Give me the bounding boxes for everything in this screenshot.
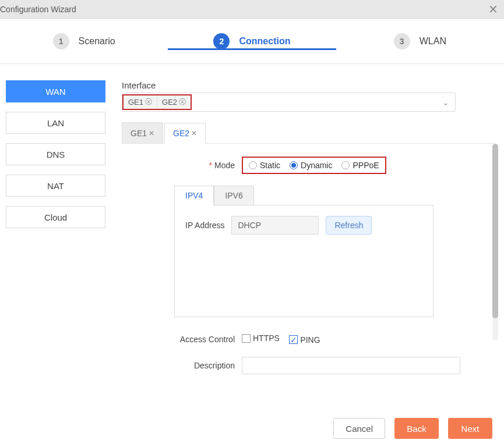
wizard-footer: Cancel Back Next (333, 418, 492, 439)
radio-label: Static (260, 161, 280, 170)
ip-panel: IP Address DHCP Refresh (174, 205, 433, 317)
checkbox-icon (242, 334, 251, 343)
tab-label: IPV4 (185, 191, 203, 200)
ip-address-value: DHCP (231, 216, 319, 235)
remove-tag-icon[interactable]: ⓧ (179, 97, 186, 107)
remove-tag-icon[interactable]: ⓧ (145, 97, 152, 107)
radio-label: Dynamic (301, 161, 332, 170)
refresh-button-label: Refresh (334, 221, 363, 230)
interface-tabs: GE1 ✕ GE2 ✕ (122, 122, 495, 144)
sidebar: WAN LAN DNS NAT Cloud (6, 80, 105, 395)
mode-label: *Mode (174, 161, 242, 170)
step-scenario[interactable]: 1 Scenario (0, 33, 168, 49)
mode-radio-dynamic[interactable]: Dynamic (290, 161, 332, 170)
button-label: Cancel (346, 424, 373, 434)
sidebar-item-wan[interactable]: WAN (6, 80, 105, 102)
mode-radio-static[interactable]: Static (249, 161, 280, 170)
sidebar-item-lan[interactable]: LAN (6, 112, 105, 134)
close-tab-icon[interactable]: ✕ (149, 129, 154, 137)
mode-label-text: Mode (214, 161, 235, 170)
interface-select[interactable]: GE1 ⓧ GE2 ⓧ ⌄ (122, 93, 456, 112)
description-label: Description (174, 361, 242, 370)
radio-icon (341, 161, 350, 169)
interface-tag-ge2[interactable]: GE2 ⓧ (157, 95, 191, 109)
radio-icon (249, 161, 257, 169)
mode-radio-pppoe[interactable]: PPPoE (341, 161, 379, 170)
step-connection[interactable]: 2 Connection (168, 33, 336, 49)
checkbox-ping[interactable]: ✓ PING (289, 335, 320, 345)
sidebar-item-cloud[interactable]: Cloud (6, 206, 105, 228)
required-asterisk: * (209, 161, 212, 170)
interface-tags: GE1 ⓧ GE2 ⓧ (122, 94, 192, 110)
sidebar-item-dns[interactable]: DNS (6, 143, 105, 165)
vertical-scrollbar[interactable] (492, 144, 498, 340)
checkbox-label: HTTPS (253, 334, 280, 343)
mode-radio-group: Static Dynamic PPPoE (242, 157, 386, 174)
sidebar-item-label: DNS (47, 150, 65, 159)
tab-ipv6[interactable]: IPV6 (214, 186, 253, 205)
sidebar-item-nat[interactable]: NAT (6, 175, 105, 197)
description-row: Description (174, 357, 492, 374)
interface-tag-ge1[interactable]: GE1 ⓧ (124, 95, 157, 109)
tab-ge2[interactable]: GE2 ✕ (164, 123, 206, 144)
description-input[interactable] (242, 357, 460, 374)
step-label: Connection (239, 36, 290, 47)
window-titlebar: Configuration Wizard ✕ (0, 0, 504, 19)
checkbox-icon: ✓ (289, 335, 298, 344)
checkbox-https[interactable]: HTTPS (242, 334, 280, 343)
interface-tag-label: GE2 (162, 98, 177, 107)
step-label: Scenario (79, 36, 115, 47)
interface-tag-label: GE1 (128, 98, 143, 107)
window-title: Configuration Wizard (0, 5, 76, 14)
sidebar-item-label: LAN (47, 118, 64, 128)
radio-icon (290, 161, 298, 169)
tab-label: GE1 (131, 129, 147, 138)
button-label: Next (461, 424, 480, 434)
interface-label: Interface (122, 80, 498, 90)
ip-address-text: DHCP (238, 221, 261, 230)
tab-label: GE2 (173, 129, 189, 138)
back-button[interactable]: Back (394, 418, 439, 439)
mode-row: *Mode Static Dynamic PPPoE (174, 157, 492, 174)
checkbox-label: PING (300, 335, 320, 345)
access-control-label: Access Control (174, 335, 242, 344)
sidebar-item-label: WAN (45, 87, 65, 97)
sidebar-item-label: NAT (47, 181, 64, 191)
wizard-steps: 1 Scenario 2 Connection 3 WLAN (0, 19, 504, 64)
ip-version-tabs: IPV4 IPV6 (174, 186, 492, 205)
cancel-button[interactable]: Cancel (333, 418, 385, 439)
access-control-row: Access Control HTTPS ✓ PING (174, 334, 492, 345)
scrollbar-thumb[interactable] (492, 144, 498, 318)
tab-label: IPV6 (225, 191, 242, 200)
step-wlan[interactable]: 3 WLAN (336, 33, 504, 49)
tab-ipv4[interactable]: IPV4 (174, 186, 214, 205)
tab-ge1[interactable]: GE1 ✕ (122, 122, 163, 143)
sidebar-item-label: Cloud (44, 212, 67, 222)
step-label: WLAN (420, 36, 446, 47)
ip-address-label: IP Address (185, 221, 224, 230)
close-tab-icon[interactable]: ✕ (191, 129, 197, 137)
close-icon[interactable]: ✕ (488, 2, 498, 16)
chevron-down-icon: ⌄ (442, 98, 449, 107)
radio-label: PPPoE (353, 161, 379, 170)
button-label: Back (407, 424, 426, 434)
refresh-button[interactable]: Refresh (326, 216, 372, 235)
step-number: 1 (53, 33, 69, 49)
step-number: 3 (394, 33, 410, 49)
step-number: 2 (213, 33, 230, 49)
next-button[interactable]: Next (448, 418, 492, 439)
